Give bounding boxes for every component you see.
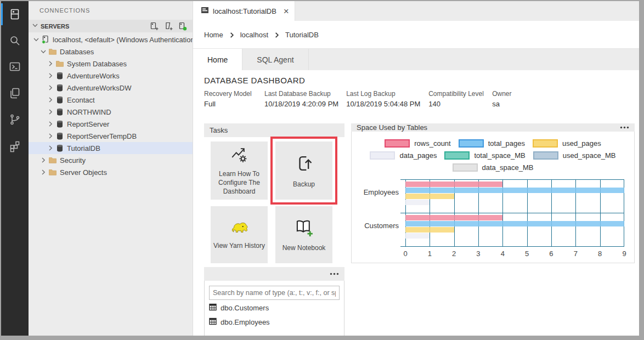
close-icon[interactable]: ×: [284, 7, 289, 16]
new-notebook-button[interactable]: New Notebook: [275, 206, 332, 263]
tree-item-system-databases[interactable]: System Databases: [29, 58, 193, 70]
tree-item-tutorialdb[interactable]: TutorialDB: [29, 142, 193, 154]
editor-tab-bar: localhost:TutorialDB ×: [193, 1, 639, 21]
chart-x-axis: 0123456789: [405, 248, 624, 263]
extensions-icon[interactable]: [1, 133, 29, 159]
database-icon: [55, 132, 65, 140]
chevron-down-icon[interactable]: [32, 35, 41, 44]
table-icon: [209, 318, 217, 327]
category-label-employees: Employees: [355, 188, 399, 196]
tree-item-econtact[interactable]: Econtact: [29, 94, 193, 106]
editor-tab-title: localhost:TutorialDB: [213, 7, 276, 15]
editor-tab-localhost-tutorialdb[interactable]: localhost:TutorialDB ×: [193, 1, 295, 21]
legend-total-pages: total_pages: [459, 139, 525, 148]
tree-item-adventureworksdw[interactable]: AdventureWorksDW: [29, 82, 193, 94]
servers-toolbar: [150, 22, 189, 31]
learn-how-to-configure-the-dashboard-button[interactable]: Learn How To Configure The Dashboard: [211, 141, 268, 200]
tree-item-reportservertempdb[interactable]: ReportServerTempDB: [29, 130, 193, 142]
server-tree: localhost, <default> (Windows Authentica…: [29, 32, 193, 178]
object-list: dbo.Customersdbo.Employees: [209, 302, 340, 328]
more-actions-icon[interactable]: [620, 126, 629, 129]
folder-icon: [48, 47, 58, 56]
chevron-right-icon[interactable]: [46, 132, 55, 140]
tree-item-northwind[interactable]: NORTHWIND: [29, 106, 193, 118]
chevron-right-icon[interactable]: [39, 156, 48, 165]
bar-customers-total-pages: [405, 221, 624, 226]
chevron-right-icon[interactable]: [46, 144, 55, 152]
folder-icon: [48, 168, 58, 177]
tasks-widget: Tasks Learn How To Configure The Dashboa…: [204, 123, 344, 260]
objects-search-widget: dbo.Customersdbo.Employees: [204, 267, 344, 336]
new-server-group-icon[interactable]: [164, 22, 173, 31]
tree-item-server-objects[interactable]: Server Objects: [29, 166, 193, 178]
space-used-chart: rows_counttotal_pagesused_pagesdata_page…: [351, 132, 635, 263]
chevron-right-icon[interactable]: [46, 107, 55, 116]
breadcrumb-tutorialdb[interactable]: TutorialDB: [285, 31, 319, 39]
dashboard-tabs: HomeSQL Agent: [193, 48, 639, 70]
yarn-elephant-icon: [230, 219, 248, 238]
chevron-right-icon[interactable]: [39, 168, 48, 177]
breadcrumb-localhost[interactable]: localhost: [240, 31, 268, 39]
object-dbo-employees[interactable]: dbo.Employees: [209, 316, 340, 328]
bar-employees-rows-count: [405, 182, 502, 187]
servers-section-header[interactable]: SERVERS: [29, 20, 193, 32]
property-last-log-backup: Last Log Backup10/18/2019 5:04:48 PM: [346, 90, 421, 108]
activity-bar: [1, 1, 29, 336]
space-used-widget: Space Used by Tables rows_counttotal_pag…: [351, 123, 635, 260]
source-control-icon[interactable]: [1, 106, 29, 133]
tab-home[interactable]: Home: [193, 49, 242, 70]
database-icon: [55, 144, 65, 152]
tree-item-security[interactable]: Security: [29, 154, 193, 166]
property-recovery-model: Recovery ModelFull: [204, 90, 257, 108]
chevron-right-icon[interactable]: [46, 95, 55, 104]
chevron-right-icon[interactable]: [46, 120, 55, 128]
new-connection-icon[interactable]: [150, 22, 159, 31]
bar-customers-rows-count: [405, 215, 502, 220]
chevron-down-icon[interactable]: [39, 47, 48, 56]
bar-customers-used-pages: [405, 227, 454, 233]
bar-employees-total-pages: [405, 188, 624, 193]
more-actions-icon[interactable]: [330, 273, 339, 275]
property-compatibility-level: Compatibility Level140: [428, 90, 484, 108]
new-notebook-icon: [293, 217, 315, 240]
tree-item-localhost[interactable]: localhost, <default> (Windows Authentica…: [29, 33, 193, 46]
tab-sql-agent[interactable]: SQL Agent: [242, 49, 308, 70]
object-dbo-customers[interactable]: dbo.Customers: [209, 302, 340, 314]
page-title: DATABASE DASHBOARD: [204, 76, 635, 85]
dashboard-content: DATABASE DASHBOARD Recovery ModelFullLas…: [193, 70, 639, 336]
server-icon: [41, 35, 50, 44]
view-yarn-history-button[interactable]: View Yarn History: [211, 206, 268, 263]
tree-item-databases[interactable]: Databases: [29, 46, 193, 58]
chart-plot-area: EmployeesCustomers: [405, 179, 624, 246]
chart-band-employees: Employees: [405, 179, 624, 213]
chart-legend: rows_counttotal_pagesused_pagesdata_page…: [359, 139, 626, 172]
tree-item-adventureworks[interactable]: AdventureWorks: [29, 70, 193, 82]
notebooks-icon[interactable]: [1, 80, 29, 106]
terminal-icon[interactable]: [1, 54, 29, 80]
folder-icon: [48, 156, 58, 165]
property-owner: Ownersa: [492, 90, 511, 108]
chevron-right-icon[interactable]: [46, 71, 55, 80]
database-properties: Recovery ModelFullLast Database Backup10…: [204, 90, 635, 108]
database-icon: [55, 120, 65, 128]
backup-button[interactable]: Backup: [275, 141, 332, 200]
chevron-right-icon[interactable]: [46, 83, 55, 92]
chevron-right-icon[interactable]: [46, 59, 55, 68]
database-icon: [55, 83, 65, 92]
dashboard-tab-icon: [201, 6, 209, 16]
database-icon: [55, 71, 65, 80]
active-connections-icon[interactable]: [178, 22, 187, 31]
object-search-input[interactable]: [209, 286, 340, 300]
category-label-customers: Customers: [355, 222, 399, 230]
backup-icon: [293, 152, 315, 177]
bar-customers-data-pages: [405, 233, 430, 239]
bar-employees-data-pages: [405, 200, 430, 205]
database-icon: [55, 95, 65, 104]
space-used-widget-title: Space Used by Tables: [357, 123, 427, 132]
search-icon[interactable]: [1, 27, 29, 54]
editor-area: localhost:TutorialDB × HomelocalhostTuto…: [193, 1, 639, 336]
breadcrumb-home[interactable]: Home: [204, 31, 223, 39]
tree-item-reportserver[interactable]: ReportServer: [29, 118, 193, 130]
connections-icon[interactable]: [1, 1, 29, 27]
legend-rows-count: rows_count: [385, 139, 450, 148]
